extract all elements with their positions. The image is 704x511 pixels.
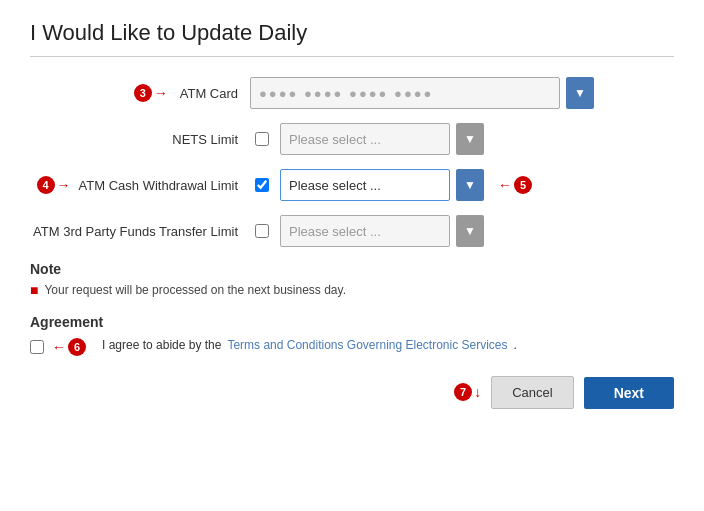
agreement-link[interactable]: Terms and Conditions Governing Electroni… <box>227 338 507 352</box>
atm-cash-label-col: 4 → ATM Cash Withdrawal Limit <box>30 176 250 194</box>
atm-card-control: ●●●● ●●●● ●●●● ●●●● ▼ <box>250 77 674 109</box>
atm-card-label-col: 3 → ATM Card <box>30 84 250 102</box>
note-section: Note ■ Your request will be processed on… <box>30 261 674 298</box>
agreement-text: I agree to abide by the <box>102 338 221 352</box>
step4-annotation: 4 → <box>37 176 71 194</box>
nets-limit-label: NETS Limit <box>172 132 238 147</box>
note-title: Note <box>30 261 674 277</box>
atm-transfer-row: ATM 3rd Party Funds Transfer Limit Pleas… <box>30 215 674 247</box>
atm-transfer-dropdown-arrow[interactable]: ▼ <box>456 215 484 247</box>
nets-limit-control: Please select ... ▼ <box>250 123 674 155</box>
step7-label: 7 ↓ <box>454 383 481 401</box>
agreement-row: ← 6 I agree to abide by the Terms and Co… <box>30 338 674 356</box>
note-text: Your request will be processed on the ne… <box>44 283 346 297</box>
cancel-button[interactable]: Cancel <box>491 376 573 409</box>
atm-card-dropdown-arrow[interactable]: ▼ <box>566 77 594 109</box>
note-item: ■ Your request will be processed on the … <box>30 283 674 298</box>
agreement-section: Agreement ← 6 I agree to abide by the Te… <box>30 314 674 356</box>
nets-checkbox-col <box>250 132 274 146</box>
page-title: I Would Like to Update Daily <box>30 20 674 46</box>
atm-card-row: 3 → ATM Card ●●●● ●●●● ●●●● ●●●● ▼ <box>30 77 674 109</box>
step7-badge: 7 <box>454 383 472 401</box>
step6-badge: 6 <box>68 338 86 356</box>
atm-transfer-label: ATM 3rd Party Funds Transfer Limit <box>33 224 238 239</box>
step3-annotation: 3 → <box>134 84 168 102</box>
step3-arrow: → <box>154 85 168 101</box>
step5-annotation: ← 5 <box>498 176 532 194</box>
nets-limit-placeholder: Please select ... <box>289 132 381 147</box>
atm-transfer-checkbox-col <box>250 224 274 238</box>
daily-update-form: 3 → ATM Card ●●●● ●●●● ●●●● ●●●● ▼ NETS … <box>30 77 674 247</box>
atm-transfer-label-col: ATM 3rd Party Funds Transfer Limit <box>30 224 250 239</box>
nets-limit-label-col: NETS Limit <box>30 132 250 147</box>
step5-arrow: ← <box>498 177 512 193</box>
atm-cash-checkbox-col <box>250 178 274 192</box>
atm-card-label: ATM Card <box>180 86 238 101</box>
atm-cash-placeholder: Please select ... <box>289 178 381 193</box>
atm-cash-label: ATM Cash Withdrawal Limit <box>79 178 238 193</box>
note-bullet: ■ <box>30 282 38 298</box>
nets-limit-dropdown-arrow[interactable]: ▼ <box>456 123 484 155</box>
atm-cash-checkbox[interactable] <box>255 178 269 192</box>
title-divider <box>30 56 674 57</box>
atm-card-value: ●●●● ●●●● ●●●● ●●●● <box>259 86 433 101</box>
atm-transfer-control: Please select ... ▼ <box>250 215 674 247</box>
step5-badge: 5 <box>514 176 532 194</box>
atm-card-select[interactable]: ●●●● ●●●● ●●●● ●●●● <box>250 77 560 109</box>
atm-transfer-checkbox[interactable] <box>255 224 269 238</box>
agreement-period: . <box>514 338 517 352</box>
step7-arrow: ↓ <box>474 384 481 400</box>
agreement-title: Agreement <box>30 314 674 330</box>
atm-cash-row: 4 → ATM Cash Withdrawal Limit Please sel… <box>30 169 674 201</box>
atm-transfer-placeholder: Please select ... <box>289 224 381 239</box>
step6-annotation: ← 6 <box>30 338 90 356</box>
step6-arrow-left: ← <box>52 339 66 355</box>
atm-cash-control: Please select ... ▼ ← 5 <box>250 169 674 201</box>
button-row: 7 ↓ Cancel Next <box>30 376 674 409</box>
atm-cash-select[interactable]: Please select ... <box>280 169 450 201</box>
nets-limit-select[interactable]: Please select ... <box>280 123 450 155</box>
step3-badge: 3 <box>134 84 152 102</box>
nets-limit-checkbox[interactable] <box>255 132 269 146</box>
step7-annotation-wrapper: 7 ↓ <box>454 383 481 403</box>
step4-arrow: → <box>57 177 71 193</box>
atm-cash-dropdown-arrow[interactable]: ▼ <box>456 169 484 201</box>
next-button[interactable]: Next <box>584 377 674 409</box>
agreement-checkbox[interactable] <box>30 340 44 354</box>
step6-badge-arrow: ← 6 <box>52 338 86 356</box>
atm-transfer-select[interactable]: Please select ... <box>280 215 450 247</box>
nets-limit-row: NETS Limit Please select ... ▼ <box>30 123 674 155</box>
step4-badge: 4 <box>37 176 55 194</box>
